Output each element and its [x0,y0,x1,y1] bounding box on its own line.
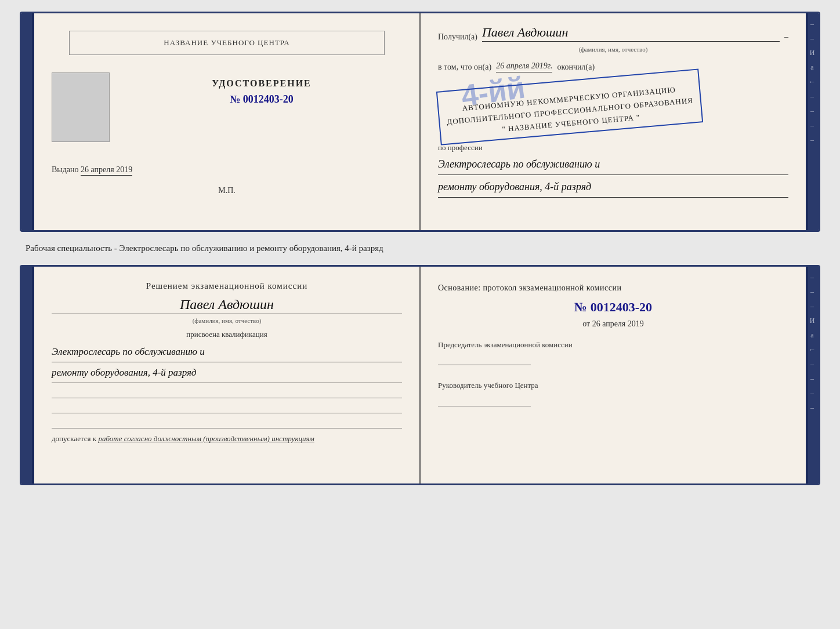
qual-line1: Электрослесарь по обслуживанию и [52,344,402,362]
date-line: от 26 апреля 2019 [438,319,788,329]
person-name: Павел Авдюшин [52,297,402,314]
chairman-sig-line [438,355,531,365]
osnование-block: Основание: протокол экзаменационной коми… [438,281,788,295]
vtom-date: 26 апреля 2019г. [496,61,552,72]
допускается-label: допускается к [52,434,96,443]
profession-line2: ремонту оборудования, 4-й разряд [438,178,788,198]
blank-line-3 [52,418,402,428]
cert-number: № 0012403-20 [121,93,402,106]
spine-left [21,13,34,230]
photo-placeholder [52,72,110,142]
director-label: Руководитель учебного Центра [438,381,538,390]
middle-text: Рабочая специальность - Электрослесарь п… [20,239,820,258]
issued-date: 26 апреля 2019 [81,165,132,176]
right-side-deco-bottom: – – – И а ← – – – – [806,267,819,483]
cert-center: УДОСТОВЕРЕНИЕ № 0012403-20 [52,72,402,142]
recipient-name: Павел Авдюшин [482,25,780,42]
vtom-line: в том, что он(a) 26 апреля 2019г. окончи… [438,61,788,72]
date-label: от [582,319,590,328]
profession-line1: Электрослесарь по обслуживанию и [438,155,788,175]
date-value: 26 апреля 2019 [592,319,644,328]
top-document: НАЗВАНИЕ УЧЕБНОГО ЦЕНТРА УДОСТОВЕРЕНИЕ №… [20,12,820,232]
bottom-doc-left: Решением экзаменационной комиссии Павел … [34,267,421,483]
right-side-deco-top: – – И а ← – – – – [806,13,819,230]
top-doc-left: НАЗВАНИЕ УЧЕБНОГО ЦЕНТРА УДОСТОВЕРЕНИЕ №… [34,13,421,230]
commission-title: Решением экзаменационной комиссии [52,281,402,291]
issued-label: Выдано [52,165,79,174]
recipient-label: Получил(a) [438,32,477,42]
cert-info: УДОСТОВЕРЕНИЕ № 0012403-20 [121,72,402,106]
qual-line2: ремонту оборудования, 4-й разряд [52,365,402,383]
blank-line-2 [52,403,402,413]
top-doc-right: Получил(a) Павел Авдюшин – (фамилия, имя… [421,13,806,230]
допускается-text: работе согласно должностным (производств… [98,434,314,443]
director-sig-line [438,396,531,406]
chairman-block: Председатель экзаменационной комиссии [438,339,788,366]
spine-left-bottom [21,267,34,483]
director-block: Руководитель учебного Центра [438,380,788,406]
issued-line: Выдано 26 апреля 2019 [52,159,402,174]
допускается-line: допускается к работе согласно должностны… [52,434,402,443]
profession-section: по профессии Электрослесарь по обслужива… [438,143,788,197]
school-name-box: НАЗВАНИЕ УЧЕБНОГО ЦЕНТРА [69,31,385,55]
okonchil-label: окончил(a) [557,63,595,72]
chairman-label: Председатель экзаменационной комиссии [438,340,573,349]
bottom-document: Решением экзаменационной комиссии Павел … [20,265,820,485]
recipient-sub-label: (фамилия, имя, отчество) [438,46,788,53]
assigned-label: присвоена квалификация [52,330,402,339]
cert-title: УДОСТОВЕРЕНИЕ [121,78,402,89]
person-sub-label: (фамилия, имя, отчество) [52,317,402,324]
mp-label: М.П. [218,186,236,195]
document-container: НАЗВАНИЕ УЧЕБНОГО ЦЕНТРА УДОСТОВЕРЕНИЕ №… [12,12,828,485]
recipient-line: Получил(a) Павел Авдюшин – [438,25,788,42]
bottom-doc-right: Основание: протокол экзаменационной коми… [421,267,806,483]
protocol-number: № 0012403-20 [438,300,788,315]
blank-line-1 [52,388,402,398]
vtom-label: в том, что он(a) [438,63,491,72]
